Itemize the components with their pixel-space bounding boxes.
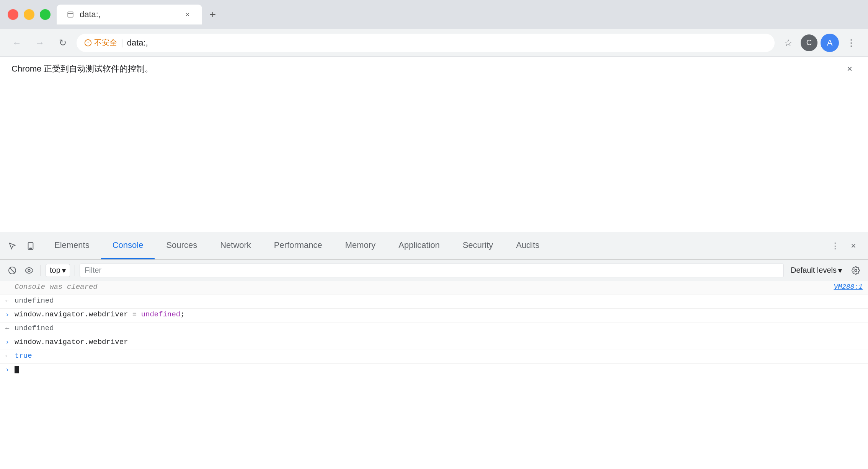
output-arrow-2: ← — [5, 325, 15, 332]
maximize-traffic-light[interactable] — [40, 9, 51, 20]
back-button[interactable]: ← — [8, 34, 26, 52]
svg-point-9 — [855, 269, 857, 272]
cleared-message: Console was cleared — [15, 283, 834, 291]
context-label: top — [50, 266, 60, 275]
svg-rect-5 — [29, 248, 32, 249]
output-arrow: ← — [5, 297, 15, 305]
context-selector[interactable]: top ▾ — [46, 264, 70, 277]
minimize-traffic-light[interactable] — [24, 9, 34, 20]
svg-rect-0 — [68, 12, 73, 17]
security-indicator: 不安全 — [84, 37, 117, 48]
devtools-panel: Elements Console Sources Network Perform… — [0, 232, 868, 469]
vm-ref[interactable]: VM288:1 — [834, 283, 863, 291]
device-toolbar-button[interactable] — [22, 238, 39, 254]
devtools-tabs: Elements Console Sources Network Perform… — [43, 232, 827, 259]
tab-bar: data:, × + — [57, 5, 860, 24]
devtools-icon-group — [0, 232, 43, 259]
extensions-button[interactable]: C — [801, 34, 817, 51]
console-settings-button[interactable] — [849, 264, 863, 277]
output-true: true — [15, 352, 863, 360]
input-arrow: › — [5, 311, 15, 318]
levels-arrow-icon: ▾ — [838, 266, 842, 275]
tab-performance[interactable]: Performance — [263, 232, 334, 259]
new-tab-button[interactable]: + — [204, 5, 222, 24]
context-arrow-icon: ▾ — [62, 266, 66, 275]
tab-sources[interactable]: Sources — [155, 232, 209, 259]
refresh-button[interactable]: ↻ — [54, 34, 72, 52]
output-arrow-3: ← — [5, 352, 15, 360]
svg-line-7 — [10, 268, 15, 273]
console-filter-input[interactable]: Filter — [80, 264, 784, 277]
console-cleared-line: Console was cleared VM288:1 — [0, 281, 868, 295]
levels-selector[interactable]: Default levels ▾ — [787, 264, 846, 277]
page-content — [0, 81, 868, 232]
console-cursor — [15, 366, 19, 373]
infobar-message: Chrome 正受到自动测试软件的控制。 — [11, 63, 153, 75]
levels-label: Default levels — [791, 266, 837, 275]
console-line-3: ← true — [0, 350, 868, 364]
infobar: Chrome 正受到自动测试软件的控制。 × — [0, 57, 868, 81]
forward-button[interactable]: → — [31, 34, 49, 52]
profile-button[interactable]: A — [821, 34, 839, 52]
devtools-more-button[interactable]: ⋮ — [827, 238, 844, 254]
more-button[interactable]: ⋮ — [842, 34, 860, 52]
svg-point-8 — [28, 269, 30, 272]
browser-tab[interactable]: data:, × — [57, 5, 202, 24]
input-webdriver-get: window.navigator.webdriver — [15, 338, 863, 346]
title-bar: data:, × + — [0, 0, 868, 29]
navigation-bar: ← → ↻ 不安全 | data:, ☆ C A — [0, 29, 868, 57]
address-divider: | — [121, 38, 123, 48]
console-eye-button[interactable] — [22, 264, 36, 277]
tab-title: data:, — [80, 10, 178, 20]
output-undefined-2: undefined — [15, 324, 863, 332]
input-webdriver-set: window.navigator.webdriver = undefined; — [15, 310, 863, 319]
devtools-header: Elements Console Sources Network Perform… — [0, 232, 868, 260]
traffic-lights — [8, 9, 51, 20]
bookmark-button[interactable]: ☆ — [779, 34, 798, 52]
address-bar[interactable]: 不安全 | data:, — [77, 34, 775, 52]
tab-favicon — [66, 10, 75, 19]
input-arrow-2: › — [5, 339, 15, 346]
browser-window: data:, × + ← → ↻ 不安全 | data:, ☆ — [0, 0, 868, 469]
tab-close-button[interactable]: × — [182, 9, 193, 20]
inspect-element-button[interactable] — [4, 238, 21, 254]
console-clear-button[interactable] — [5, 264, 19, 277]
close-traffic-light[interactable] — [8, 9, 18, 20]
console-line: ← undefined — [0, 295, 868, 309]
tab-elements[interactable]: Elements — [43, 232, 101, 259]
tab-security[interactable]: Security — [451, 232, 504, 259]
tab-memory[interactable]: Memory — [334, 232, 387, 259]
console-input-line-2: › window.navigator.webdriver — [0, 336, 868, 350]
infobar-close-button[interactable]: × — [843, 62, 857, 76]
console-toolbar: top ▾ Filter Default levels ▾ — [0, 260, 868, 281]
output-undefined-1: undefined — [15, 296, 863, 305]
devtools-close-button[interactable]: × — [845, 238, 862, 254]
tab-audits[interactable]: Audits — [504, 232, 551, 259]
tab-network[interactable]: Network — [209, 232, 263, 259]
console-prompt-line[interactable]: › — [0, 364, 868, 376]
security-label: 不安全 — [94, 37, 117, 48]
tab-application[interactable]: Application — [387, 232, 451, 259]
console-line-2: ← undefined — [0, 322, 868, 336]
toolbar-divider — [41, 265, 41, 276]
address-url[interactable]: data:, — [127, 38, 767, 48]
prompt-arrow: › — [5, 366, 15, 373]
console-input-line: › window.navigator.webdriver = undefined… — [0, 309, 868, 322]
tab-console[interactable]: Console — [101, 232, 155, 259]
nav-actions: ☆ C A ⋮ — [779, 34, 860, 52]
toolbar-divider2 — [75, 265, 75, 276]
console-output: Console was cleared VM288:1 ← undefined … — [0, 281, 868, 469]
devtools-tab-actions: ⋮ × — [827, 232, 868, 259]
